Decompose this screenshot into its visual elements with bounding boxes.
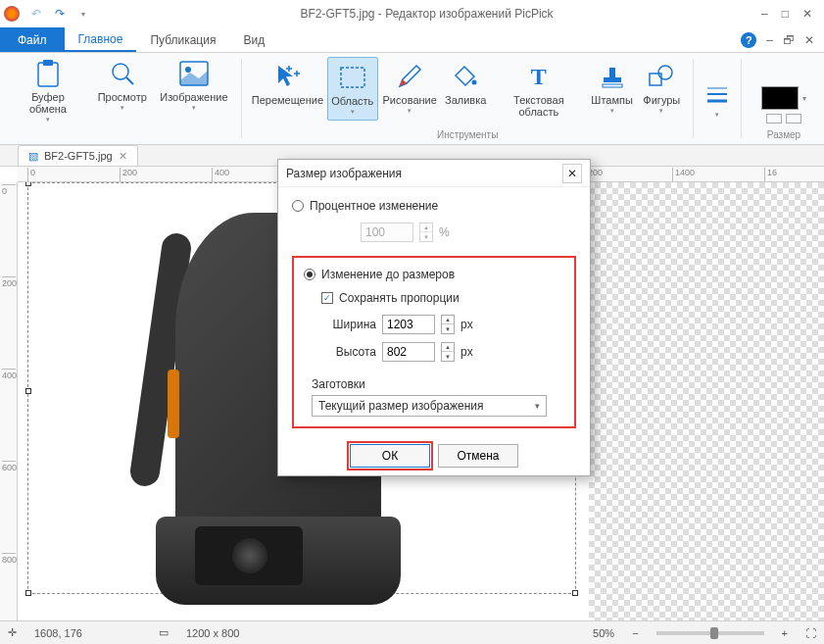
zoom-out-button[interactable]: −: [632, 627, 638, 639]
chevron-down-icon: ▾: [192, 104, 196, 112]
qat-dropdown[interactable]: ▾: [74, 5, 92, 23]
percent-input[interactable]: [361, 223, 413, 242]
fit-button[interactable]: ⛶: [805, 627, 816, 639]
ok-button[interactable]: ОК: [350, 444, 430, 468]
tab-view[interactable]: Вид: [229, 27, 278, 52]
zoom-value: 50%: [593, 627, 614, 639]
dimensions-icon: ▭: [159, 626, 169, 639]
radio-icon: [292, 200, 304, 212]
keep-ratio-label: Сохранять пропорции: [339, 291, 460, 305]
svg-line-3: [126, 77, 133, 84]
image-size-dialog: Размер изображения ✕ Процентное изменени…: [277, 159, 591, 476]
clipboard-button[interactable]: Буфер обмена ▾: [6, 54, 90, 127]
image-label: Изображение: [160, 91, 227, 103]
resize-handle[interactable]: [25, 388, 31, 394]
move-label: Перемещение: [252, 94, 323, 106]
image-icon: [178, 58, 210, 89]
presets-label: Заготовки: [312, 377, 564, 391]
height-input[interactable]: [382, 342, 435, 362]
tab-main[interactable]: Главное: [65, 27, 137, 52]
magnifier-icon: [107, 58, 138, 89]
ribbon-restore-button[interactable]: 🗗: [783, 33, 795, 47]
resize-handle[interactable]: [25, 182, 31, 186]
zoom-in-button[interactable]: +: [782, 627, 788, 639]
size-panel[interactable]: ▾: [750, 82, 818, 127]
document-tab-label: BF2-GFT5.jpg: [44, 150, 113, 162]
tab-publish[interactable]: Публикация: [136, 27, 229, 52]
cursor-icon: [271, 61, 303, 92]
percent-spinner[interactable]: ▲▼: [419, 223, 433, 242]
percent-mode-radio[interactable]: Процентное изменение: [292, 199, 576, 213]
svg-rect-9: [604, 77, 621, 82]
width-spinner[interactable]: ▲▼: [441, 315, 455, 334]
width-label: Ширина: [325, 318, 376, 331]
undo-button[interactable]: ↶: [27, 5, 45, 23]
maximize-button[interactable]: □: [782, 7, 789, 21]
cursor-position: 1608, 176: [34, 627, 82, 639]
radio-icon: [304, 269, 315, 280]
svg-rect-6: [341, 68, 364, 87]
chevron-down-icon: ▾: [659, 107, 663, 115]
move-tool[interactable]: Перемещение: [250, 57, 325, 110]
presets-select[interactable]: Текущий размер изображения ▾: [312, 395, 547, 417]
text-tool[interactable]: T Текстовая область: [492, 57, 586, 122]
window-title: BF2-GFT5.jpg - Редактор изображений PicP…: [92, 7, 761, 21]
svg-rect-1: [43, 60, 53, 66]
close-button[interactable]: ✕: [802, 7, 812, 21]
size-preset[interactable]: [786, 114, 801, 124]
chevron-down-icon: ▾: [715, 111, 719, 119]
minimize-button[interactable]: –: [761, 7, 768, 21]
width-input[interactable]: [382, 315, 435, 334]
chevron-down-icon: ▾: [408, 107, 412, 115]
shapes-icon: [646, 61, 677, 92]
zoom-slider[interactable]: [656, 631, 764, 635]
ribbon-tabs: Файл Главное Публикация Вид ? – 🗗 ✕: [0, 27, 824, 53]
view-button[interactable]: Просмотр ▾: [92, 54, 153, 116]
clipboard-label: Буфер обмена: [12, 91, 84, 115]
stamp-label: Штампы: [591, 94, 633, 106]
draw-tool[interactable]: Рисование ▾: [380, 57, 440, 119]
clipboard-icon: [32, 58, 64, 89]
resize-handle[interactable]: [25, 590, 31, 596]
dialog-close-button[interactable]: ✕: [562, 164, 582, 183]
shapes-label: Фигуры: [643, 94, 680, 106]
image-file-icon: ▧: [28, 150, 38, 163]
text-icon: T: [523, 61, 555, 92]
size-group-label: Размер: [767, 127, 800, 142]
brush-icon: [394, 61, 425, 92]
help-button[interactable]: ?: [741, 32, 756, 48]
cancel-button[interactable]: Отмена: [438, 444, 518, 468]
selection-tool[interactable]: Область ▾: [327, 57, 378, 121]
fill-tool[interactable]: Заливка: [442, 57, 490, 110]
tools-group-label: Инструменты: [437, 127, 498, 142]
resize-handle[interactable]: [572, 590, 578, 596]
ribbon-minimize-button[interactable]: –: [766, 33, 773, 47]
image-button[interactable]: Изображение ▾: [155, 54, 234, 116]
size-mode-label: Изменение до размеров: [321, 268, 455, 281]
selection-icon: [337, 62, 368, 93]
chevron-down-icon: ▾: [121, 104, 124, 112]
height-spinner[interactable]: ▲▼: [441, 342, 455, 362]
stamp-tool[interactable]: Штампы ▾: [588, 57, 636, 119]
checkerboard-bg: [589, 182, 824, 620]
file-tab[interactable]: Файл: [0, 27, 65, 52]
size-mode-radio[interactable]: Изменение до размеров: [304, 268, 564, 281]
redo-button[interactable]: ↷: [51, 5, 69, 23]
ribbon: Буфер обмена ▾ Просмотр ▾ Изображение ▾ …: [0, 53, 824, 145]
slider-thumb[interactable]: [710, 627, 718, 639]
color-swatch[interactable]: [761, 86, 799, 110]
close-tab-button[interactable]: ✕: [119, 150, 127, 163]
image-dimensions: 1200 x 800: [186, 627, 239, 639]
line-icon: [702, 78, 733, 110]
keep-ratio-checkbox[interactable]: ✓ Сохранять пропорции: [321, 291, 564, 305]
line-style-button[interactable]: ▾: [696, 53, 739, 144]
dialog-title: Размер изображения: [286, 167, 402, 180]
view-label: Просмотр: [98, 91, 147, 103]
ribbon-close-button[interactable]: ✕: [804, 33, 814, 47]
size-preset[interactable]: [766, 114, 782, 124]
app-logo: [4, 6, 20, 22]
shapes-tool[interactable]: Фигуры ▾: [638, 57, 685, 119]
svg-rect-8: [609, 68, 615, 77]
document-tab[interactable]: ▧ BF2-GFT5.jpg ✕: [18, 145, 138, 166]
bucket-icon: [450, 61, 481, 92]
